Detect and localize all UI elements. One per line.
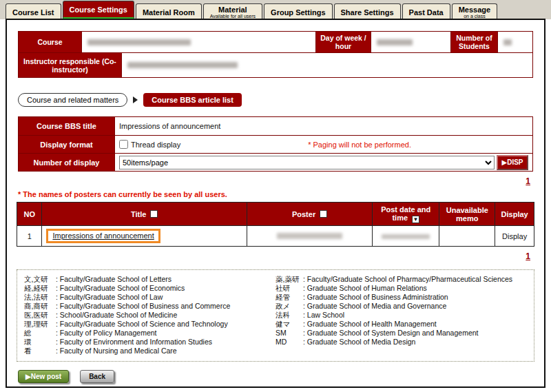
page-link-1[interactable]: 1	[526, 176, 530, 186]
faculty-legend: 文,文研: Faculty/Graduate School of Letters…	[17, 269, 534, 362]
course-bbs-article-list-crumb[interactable]: Course BBS article list	[143, 93, 242, 107]
tab-share-settings[interactable]: Share Settings	[334, 3, 401, 19]
bbs-title-value: Impressions of announcement	[115, 117, 532, 135]
items-per-page-select[interactable]: 50items/page	[119, 156, 495, 169]
header-no: NO	[17, 203, 42, 226]
date-sort-desc-icon[interactable]: ▼	[412, 216, 419, 223]
article-title-link[interactable]: Impressions of announcement	[52, 231, 154, 240]
back-button[interactable]: Back	[80, 370, 114, 383]
pagination-top: 1	[21, 176, 530, 186]
legend-item: 経,経研: Faculty/Graduate School of Economi…	[24, 284, 276, 293]
row-unavailable-memo	[439, 226, 495, 247]
day-of-week-label: Day of week / hour	[316, 32, 371, 52]
poster-sort-icon[interactable]	[320, 210, 327, 218]
thread-display-label: Thread display	[131, 141, 180, 149]
legend-item: 環: Faculty of Environment and Informatio…	[24, 338, 276, 347]
course-label: Course	[19, 32, 82, 52]
header-unavailable-memo: Unavailable memo	[439, 203, 495, 226]
legend-item: 文,文研: Faculty/Graduate School of Letters	[24, 275, 276, 284]
legend-item: 商,商研: Faculty/Graduate School of Busines…	[24, 302, 276, 311]
legend-item: SM: Graduate School of System Design and…	[276, 329, 527, 338]
header-title: Title	[42, 203, 247, 226]
legend-item: 法科: Law School	[276, 311, 527, 320]
tab-label: Course List	[12, 8, 54, 17]
page: Course List Course Settings Material Roo…	[0, 0, 551, 392]
day-of-week-redacted	[371, 32, 451, 52]
row-poster-redacted	[247, 226, 372, 247]
legend-item: 総: Faculty of Policy Management	[24, 329, 276, 338]
paging-note: * Paging will not be performed.	[308, 141, 411, 149]
tab-label: Material Room	[143, 8, 195, 17]
legend-right-column: 薬,薬研: Faculty/Graduate School of Pharmac…	[276, 275, 527, 355]
tab-label: Course Settings	[70, 6, 127, 14]
display-format-label: Display format	[19, 136, 115, 153]
tab-message[interactable]: Message on a class	[452, 3, 497, 19]
legend-item: 医,医研: School/Graduate School of Medicine	[24, 311, 276, 320]
tab-label: Material	[210, 6, 256, 14]
bbs-form: Course BBS title Impressions of announce…	[18, 116, 533, 172]
row-date-redacted	[373, 226, 439, 247]
tab-label: Past Data	[409, 8, 444, 17]
instructor-redacted	[122, 53, 532, 77]
legend-item: 経管: Graduate School of Business Administ…	[276, 293, 527, 302]
legend-item: 健マ: Graduate School of Health Management	[276, 320, 527, 329]
header-poster: Poster	[247, 203, 372, 226]
tab-label: Share Settings	[341, 8, 394, 17]
legend-item: 政メ: Graduate School of Media and Governa…	[276, 302, 527, 311]
tab-group-settings[interactable]: Group Settings	[264, 3, 332, 19]
header-title-label: Title	[131, 210, 146, 218]
header-poster-label: Poster	[292, 210, 315, 218]
new-post-button[interactable]: ▶New post	[18, 370, 69, 383]
pagination-bottom: 1	[21, 251, 530, 261]
header-post-date-label: Post date and time	[381, 205, 430, 222]
number-of-students-label: Number of Students	[451, 32, 498, 52]
tab-bar: Course List Course Settings Material Roo…	[0, 0, 551, 19]
row-no: 1	[17, 226, 42, 247]
number-of-display-label: Number of display	[19, 154, 115, 171]
footer-actions: ▶New post Back	[18, 370, 534, 383]
main-frame: Course Day of week / hour Number of Stud…	[6, 19, 545, 388]
legend-item: MD: Graduate School of Media Design	[276, 338, 527, 347]
course-info-table: Course Day of week / hour Number of Stud…	[18, 31, 533, 78]
instructor-label: Instructor responsible (Co-instructor)	[19, 53, 122, 77]
legend-item: 社研: Graduate School of Human Relations	[276, 284, 527, 293]
breadcrumb: Course and related matters Course BBS ar…	[18, 93, 533, 107]
legend-item: 法,法研: Faculty/Graduate School of Law	[24, 293, 276, 302]
header-post-date: Post date and time▼	[373, 203, 439, 226]
number-of-students-redacted	[498, 32, 532, 52]
disp-button[interactable]: ▶DISP	[497, 155, 528, 170]
header-display: Display	[495, 203, 534, 226]
row-title-cell: Impressions of announcement	[42, 226, 247, 247]
tab-material-room[interactable]: Material Room	[136, 3, 202, 19]
table-row: 1 Impressions of announcement Display	[17, 226, 534, 247]
legend-left-column: 文,文研: Faculty/Graduate School of Letters…	[24, 275, 276, 355]
annotation-highlight-box: Impressions of announcement	[46, 229, 160, 243]
tab-course-settings[interactable]: Course Settings	[63, 1, 134, 19]
bbs-article-table: NO Title Poster Post date and time▼ Unav…	[17, 202, 534, 247]
breadcrumb-separator-icon	[133, 96, 138, 103]
title-sort-icon[interactable]	[150, 210, 158, 218]
tab-label: Group Settings	[271, 8, 325, 17]
bbs-title-label: Course BBS title	[19, 117, 115, 135]
legend-item: 理,理研: Faculty/Graduate School of Science…	[24, 320, 276, 329]
posters-visibility-notice: * The names of posters can currently be …	[18, 190, 533, 198]
thread-display-checkbox[interactable]	[119, 140, 128, 149]
tab-material[interactable]: Material Available for all users	[203, 3, 262, 19]
page-link-1[interactable]: 1	[526, 251, 530, 261]
course-name-redacted	[82, 32, 316, 52]
tab-course-list[interactable]: Course List	[6, 3, 61, 19]
tab-past-data[interactable]: Past Data	[402, 3, 450, 19]
row-display-value: Display	[495, 226, 534, 247]
legend-item: 看: Faculty of Nursing and Medical Care	[24, 347, 276, 355]
tab-label: Message	[459, 6, 490, 14]
course-related-matters-button[interactable]: Course and related matters	[18, 93, 127, 107]
table-header-row: NO Title Poster Post date and time▼ Unav…	[17, 203, 534, 226]
legend-item: 薬,薬研: Faculty/Graduate School of Pharmac…	[276, 275, 527, 284]
